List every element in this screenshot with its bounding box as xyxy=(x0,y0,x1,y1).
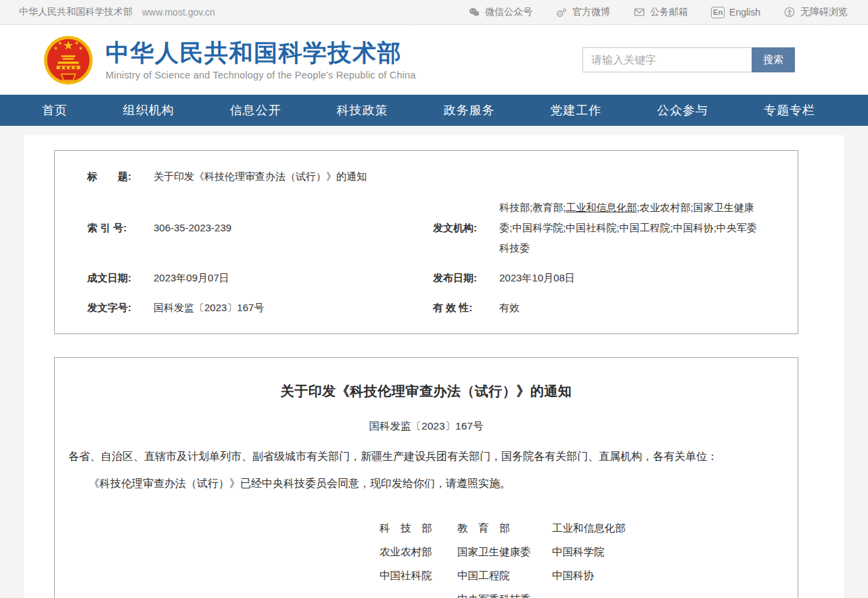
signature-item: 工业和信息化部 xyxy=(552,516,791,540)
article-title: 关于印发《科技伦理审查办法（试行）》的通知 xyxy=(62,382,791,400)
signature-item xyxy=(380,587,457,598)
meta-cell-written-date: 成文日期: 2023年09月07日 xyxy=(55,268,433,288)
meta-issuer-label: 发文机构: xyxy=(433,222,487,235)
meta-row-number-validity: 发文字号: 国科发监〔2023〕167号 有 效 性: 有效 xyxy=(55,293,798,323)
signature-item: 中国科学院 xyxy=(552,540,791,564)
meta-publish-date-label: 发布日期: xyxy=(433,272,487,285)
meta-written-date-value: 2023年09月07日 xyxy=(154,268,262,288)
site-header: 中华人民共和国科学技术部 Ministry of Science and Tec… xyxy=(0,25,868,95)
meta-doc-number-value: 国科发监〔2023〕167号 xyxy=(154,298,296,318)
meta-doc-number-label: 发文字号: xyxy=(87,302,141,315)
main-content: 标 题: 关于印发《科技伦理审查办法（试行）》的通知 索 引 号: 306-35… xyxy=(0,126,868,598)
meta-index-value: 306-35-2023-239 xyxy=(154,218,264,238)
meta-publish-date-value: 2023年10月08日 xyxy=(499,268,608,288)
topbar-right: 微信公众号 官方微博 English 公务邮箱 En English xyxy=(468,6,848,18)
nav-item-public-participation[interactable]: 公众参与 xyxy=(657,102,708,118)
weibo-link[interactable]: 官方微博 xyxy=(555,6,610,18)
signature-item: 中国工程院 xyxy=(457,564,552,587)
signature-item: 教 育 部 xyxy=(457,516,552,540)
meta-row-title: 标 题: 关于印发《科技伦理审查办法（试行）》的通知 xyxy=(55,160,798,193)
article-doc-number: 国科发监〔2023〕167号 xyxy=(62,419,791,434)
signature-item xyxy=(552,587,791,598)
meta-cell-index: 索 引 号: 306-35-2023-239 xyxy=(55,218,433,238)
mail-link[interactable]: English 公务邮箱 xyxy=(633,6,688,18)
meta-cell-doc-number: 发文字号: 国科发监〔2023〕167号 xyxy=(55,298,433,318)
meta-row-dates: 成文日期: 2023年09月07日 发布日期: 2023年10月08日 xyxy=(55,263,798,293)
accessibility-icon xyxy=(783,6,796,18)
english-link[interactable]: En English xyxy=(711,7,760,18)
wechat-link[interactable]: 微信公众号 xyxy=(468,6,532,18)
wechat-label: 微信公众号 xyxy=(485,6,532,18)
mail-label: 公务邮箱 xyxy=(650,6,688,18)
article-box: 关于印发《科技伦理审查办法（试行）》的通知 国科发监〔2023〕167号 各省、… xyxy=(54,357,798,598)
meta-issuer-value-part1: 科技部;教育部; xyxy=(499,202,566,213)
search-bar: 搜索 xyxy=(583,47,795,72)
brand-text: 中华人民共和国科学技术部 Ministry of Science and Tec… xyxy=(106,39,416,80)
nav-item-party-building[interactable]: 党建工作 xyxy=(550,102,601,118)
meta-title-label: 标 题: xyxy=(87,170,141,183)
meta-cell-publish-date: 发布日期: 2023年10月08日 xyxy=(433,268,798,288)
meta-issuer-value: 科技部;教育部;工业和信息化部;农业农村部;国家卫生健康委;中国科学院;中国社科… xyxy=(499,198,798,258)
english-link-label: English xyxy=(729,7,760,18)
nav-item-sci-tech-policy[interactable]: 科技政策 xyxy=(337,102,388,118)
accessibility-label: 无障碍浏览 xyxy=(800,6,848,18)
accessibility-link[interactable]: 无障碍浏览 xyxy=(783,6,848,18)
meta-row-index-issuer: 索 引 号: 306-35-2023-239 发文机构: 科技部;教育部;工业和… xyxy=(55,193,798,263)
content-panel: 标 题: 关于印发《科技伦理审查办法（试行）》的通知 索 引 号: 306-35… xyxy=(24,135,844,598)
site-title: 中华人民共和国科学技术部 xyxy=(106,39,416,66)
signature-item: 中国科协 xyxy=(552,564,791,587)
wechat-icon xyxy=(468,6,480,18)
document-metadata-box: 标 题: 关于印发《科技伦理审查办法（试行）》的通知 索 引 号: 306-35… xyxy=(54,150,798,334)
meta-issuer-miit-link[interactable]: 工业和信息化部 xyxy=(566,202,637,213)
national-emblem-logo xyxy=(43,35,93,85)
mail-icon xyxy=(633,6,645,18)
meta-cell-issuer: 发文机构: 科技部;教育部;工业和信息化部;农业农村部;国家卫生健康委;中国科学… xyxy=(433,198,798,258)
site-name: 中华人民共和国科学技术部 xyxy=(19,6,133,18)
topbar: 中华人民共和国科学技术部 www.most.gov.cn 微信公众号 官方微博 xyxy=(0,0,868,25)
signature-item: 农业农村部 xyxy=(380,540,457,564)
signature-item: 国家卫生健康委 xyxy=(457,540,552,564)
weibo-label: 官方微博 xyxy=(572,6,610,18)
signature-item: 中央军委科技委 xyxy=(457,587,552,598)
meta-validity-label: 有 效 性: xyxy=(433,302,487,315)
signature-block: 科 技 部 教 育 部 工业和信息化部 农业农村部 国家卫生健康委 中国科学院 … xyxy=(380,516,791,598)
search-button[interactable]: 搜索 xyxy=(752,47,795,72)
meta-title-value: 关于印发《科技伦理审查办法（试行）》的通知 xyxy=(154,166,399,187)
article-paragraph: 《科技伦理审查办法（试行）》已经中央科技委员会同意，现印发给你们，请遵照实施。 xyxy=(62,474,791,493)
nav-item-special-topics[interactable]: 专题专栏 xyxy=(764,102,815,118)
nav-item-gov-services[interactable]: 政务服务 xyxy=(443,102,495,118)
nav-item-info-disclosure[interactable]: 信息公开 xyxy=(230,102,281,118)
main-nav: 首页 组织机构 信息公开 科技政策 政务服务 党建工作 公众参与 专题专栏 xyxy=(0,95,868,126)
signature-item: 科 技 部 xyxy=(380,516,457,540)
site-url: www.most.gov.cn xyxy=(142,7,215,18)
article-paragraph: 各省、自治区、直辖市及计划单列市、副省级城市有关部门，新疆生产建设兵团有关部门，… xyxy=(62,447,791,466)
search-input[interactable] xyxy=(583,47,752,72)
brand: 中华人民共和国科学技术部 Ministry of Science and Tec… xyxy=(43,35,416,85)
meta-cell-validity: 有 效 性: 有效 xyxy=(433,298,798,318)
signature-item: 中国社科院 xyxy=(380,564,457,587)
meta-index-label: 索 引 号: xyxy=(87,222,141,235)
topbar-left: 中华人民共和国科学技术部 www.most.gov.cn xyxy=(19,6,215,18)
meta-validity-value: 有效 xyxy=(499,298,552,318)
en-icon: En xyxy=(711,7,725,18)
page: 中华人民共和国科学技术部 www.most.gov.cn 微信公众号 官方微博 xyxy=(0,0,868,598)
nav-item-home[interactable]: 首页 xyxy=(42,102,68,118)
nav-item-organization[interactable]: 组织机构 xyxy=(123,102,175,118)
meta-written-date-label: 成文日期: xyxy=(87,272,141,285)
weibo-icon xyxy=(555,6,568,18)
site-subtitle: Ministry of Science and Technology of th… xyxy=(106,70,416,80)
